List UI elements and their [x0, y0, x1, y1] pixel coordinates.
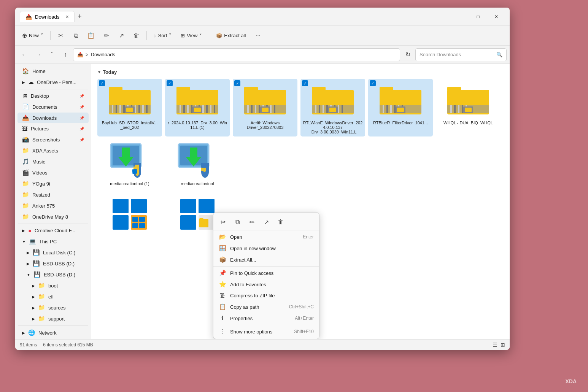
search-icon: 🔍: [496, 52, 502, 57]
videos-label: Videos: [32, 170, 84, 176]
sidebar-item-esd-usb-d2[interactable]: ▼ 💾 ESD-USB (D:): [17, 269, 89, 280]
search-box[interactable]: Search Downloads 🔍: [415, 48, 507, 61]
close-button[interactable]: ✕: [488, 11, 505, 23]
minimize-button[interactable]: —: [451, 11, 469, 23]
ctx-add-favorites[interactable]: ⭐ Add to Favorites: [213, 279, 319, 290]
sidebar-item-downloads[interactable]: 📥 Downloads 📌: [17, 113, 89, 123]
ctx-extract-all[interactable]: 📦 Extract All...: [213, 254, 319, 265]
sidebar-item-support[interactable]: ▶ 📁 support: [17, 313, 89, 324]
sidebar-item-desktop[interactable]: 🖥 Desktop 📌: [17, 91, 89, 101]
ctx-rename-button[interactable]: ✏: [245, 216, 258, 229]
extract-all-button[interactable]: 📦 Extract all: [212, 31, 250, 40]
sidebar-item-sources[interactable]: ▶ 📁 sources: [17, 302, 89, 313]
ctx-copy-button[interactable]: ⧉: [231, 216, 244, 229]
documents-pin-icon: 📌: [79, 105, 84, 109]
ctx-compress-zip[interactable]: 🗜 Compress to ZIP file: [213, 290, 319, 301]
ctx-open-new-icon: 🪟: [219, 245, 226, 252]
sidebar-item-pictures[interactable]: 🖼 Pictures 📌: [17, 124, 89, 134]
pictures-pin-icon: 📌: [79, 127, 84, 131]
statusbar-right: ☰ ⊞: [493, 342, 505, 348]
forward-button[interactable]: →: [32, 49, 44, 61]
ctx-cut-button[interactable]: ✂: [216, 216, 229, 229]
ctx-properties[interactable]: ℹ Properties Alt+Enter: [213, 313, 319, 324]
file-item-7[interactable]: mediacreationtool (1): [97, 140, 162, 188]
view-button[interactable]: ⊞ View ˅: [177, 31, 206, 40]
delete-button[interactable]: 🗑: [130, 29, 143, 43]
maximize-button[interactable]: □: [469, 11, 487, 23]
sidebar-item-local-disk-c[interactable]: ▶ 💾 Local Disk (C:): [17, 247, 89, 258]
desktop-icon: 🖥: [22, 93, 28, 99]
sidebar-item-boot[interactable]: ▶ 📁 boot: [17, 280, 89, 291]
file-item-5[interactable]: ✓: [368, 79, 433, 136]
sidebar-item-home[interactable]: 🏠 Home: [17, 66, 89, 76]
file-item-1[interactable]: ✓: [97, 79, 162, 136]
new-button[interactable]: ⊕ New ˅: [18, 30, 47, 41]
copy-button[interactable]: ⧉: [69, 29, 83, 43]
sources-label: sources: [48, 305, 84, 311]
file-name-4: RTLWlanE_WindowsDriver_2024.0.10.137_Drv…: [303, 121, 363, 134]
sidebar-item-videos[interactable]: 🎬 Videos: [17, 167, 89, 178]
sidebar-item-yoga9i[interactable]: 📁 YOga 9i: [17, 178, 89, 189]
back-button[interactable]: ←: [18, 49, 30, 61]
sidebar-item-music[interactable]: 🎵 Music: [17, 156, 89, 167]
address-path[interactable]: 📥 > Downloads: [73, 48, 400, 61]
ctx-delete-button[interactable]: 🗑: [274, 216, 287, 229]
grid-view-button[interactable]: ⊞: [501, 342, 505, 348]
music-label: Music: [32, 159, 84, 165]
file-item-6[interactable]: WHQL - DUA_BIQ_WHQL: [436, 79, 501, 136]
sidebar-item-onedrive[interactable]: ▶ ☁ OneDrive - Pers...: [17, 77, 89, 87]
sidebar-div-3: [18, 325, 88, 326]
sidebar-item-documents[interactable]: 📄 Documents 📌: [17, 102, 89, 112]
ctx-show-more[interactable]: ⋮ Show more options Shift+F10: [213, 326, 319, 337]
network-icon: 🌐: [28, 329, 35, 336]
ctx-open[interactable]: 📂 Open Enter: [213, 231, 319, 243]
sidebar-item-network[interactable]: ▶ 🌐 Network: [17, 327, 89, 338]
more-button[interactable]: ···: [251, 29, 265, 43]
paste-button[interactable]: 📋: [84, 29, 98, 43]
share-button[interactable]: ↗: [114, 29, 128, 43]
ctx-extract-icon: 📦: [219, 256, 226, 263]
sidebar-item-resized[interactable]: 📁 Resized: [17, 189, 89, 200]
recent-button[interactable]: ˅: [46, 49, 58, 61]
file-item-win-1[interactable]: [97, 193, 162, 237]
ctx-pin-quick[interactable]: 📌 Pin to Quick access: [213, 267, 319, 279]
sidebar-item-creative-cloud[interactable]: ▶ ● Creative Cloud F...: [17, 225, 89, 236]
tab-downloads[interactable]: 📥 Downloads ✕: [20, 11, 75, 22]
new-tab-button[interactable]: +: [78, 13, 82, 21]
yoga9i-icon: 📁: [22, 180, 29, 187]
ctx-copy-path[interactable]: 📋 Copy as path Ctrl+Shift+C: [213, 301, 319, 313]
rename-button[interactable]: ✏: [99, 29, 113, 43]
file-icon-7: [107, 142, 153, 180]
sidebar-item-this-pc[interactable]: ▼ 💻 This PC: [17, 236, 89, 247]
sidebar-item-onedrive-may8[interactable]: 📁 OneDrive May 8: [17, 211, 89, 222]
file-item-4[interactable]: ✓: [300, 79, 365, 136]
efi-icon: 📁: [38, 293, 45, 300]
file-item-2[interactable]: ✓: [165, 79, 230, 136]
desktop-pin-icon: 📌: [79, 94, 84, 98]
ctx-props-icon: ℹ: [219, 315, 226, 322]
tab-close-button[interactable]: ✕: [65, 14, 69, 19]
svg-rect-67: [397, 108, 404, 112]
downloads-icon: 📥: [22, 114, 29, 121]
sidebar-item-xda[interactable]: 📁 XDA Assets: [17, 145, 89, 156]
sidebar-item-anker575[interactable]: 📁 Anker 575: [17, 200, 89, 211]
svg-rect-97: [199, 199, 215, 213]
refresh-button[interactable]: ↻: [402, 49, 414, 61]
list-view-button[interactable]: ☰: [493, 342, 497, 348]
sidebar-item-esd-usb-d1[interactable]: ▶ 💾 ESD-USB (D:): [17, 258, 89, 269]
svg-rect-15: [126, 108, 133, 112]
sort-label: Sort: [158, 33, 167, 38]
file-item-3[interactable]: ✓: [233, 79, 297, 136]
file-grid: ✓: [96, 77, 505, 190]
ctx-open-new-window[interactable]: 🪟 Open in new window: [213, 243, 319, 254]
sidebar-item-efi[interactable]: ▶ 📁 efi: [17, 291, 89, 302]
ctx-share-button[interactable]: ↗: [260, 216, 273, 229]
up-button[interactable]: ↑: [59, 49, 72, 61]
ctx-open-shortcut: Enter: [303, 234, 314, 240]
sort-button[interactable]: ↕ Sort ˅: [150, 31, 175, 40]
sidebar-item-screenshots[interactable]: 📸 Screenshots 📌: [17, 134, 89, 145]
file-item-8[interactable]: mediacreationtool: [165, 140, 230, 188]
this-pc-icon: 💻: [29, 238, 36, 245]
cut-button[interactable]: ✂: [54, 29, 67, 43]
collapse-today-icon[interactable]: ▼: [97, 70, 101, 74]
